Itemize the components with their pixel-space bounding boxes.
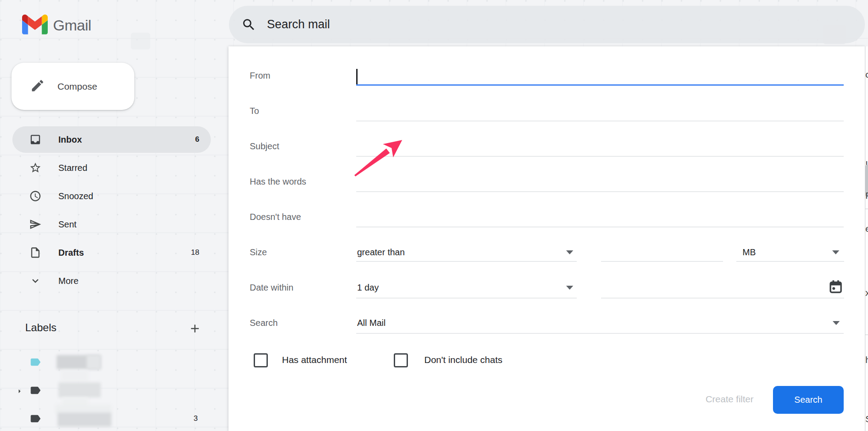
sidebar-item-snoozed[interactable]: Snoozed [12,183,211,209]
size-operator-value: greater than [357,247,405,257]
subject-input[interactable] [356,136,844,156]
edge-divider [865,208,868,209]
size-field-label: Size [250,247,267,257]
sidebar-item-label: More [58,276,79,286]
search-mail-input[interactable]: Search mail [229,6,865,43]
search-scope-field-label: Search [250,318,278,328]
chevron-down-icon [29,275,42,287]
sidebar-item-label: Snoozed [58,191,93,201]
edge-text-fragment: x [865,287,868,298]
redacted-label-text [57,412,111,427]
edge-text-fragment: h [865,355,868,365]
search-button[interactable]: Search [773,386,844,414]
sidebar-item-inbox[interactable]: Inbox 6 [12,126,211,153]
date-range-dropdown[interactable]: 1 day [356,277,577,297]
underline [356,298,577,299]
create-filter-button[interactable]: Create filter [674,394,754,405]
from-focus-underline [356,84,844,86]
sidebar-item-sent[interactable]: Sent [12,211,211,238]
search-placeholder: Search mail [267,18,330,31]
date-range-value: 1 day [357,283,379,293]
compose-label: Compose [57,81,97,92]
gmail-logo[interactable]: Gmail [22,15,91,36]
clipped-right-edge-content: c I F e x h S [865,46,868,431]
search-scope-dropdown[interactable]: All Mail [356,312,844,333]
edge-text-fragment: F [865,190,868,201]
doesnt-have-field-label: Doesn't have [250,212,301,222]
gmail-wordmark: Gmail [53,17,91,34]
clock-icon [29,190,42,202]
redacted-label-text [55,405,111,413]
to-input[interactable] [356,100,844,121]
underline [356,333,844,334]
pencil-icon [30,78,45,95]
background-pattern-square [131,33,150,49]
date-input[interactable] [601,277,844,297]
add-label-button[interactable] [188,322,202,335]
edge-text-fragment: e [865,223,868,234]
underline [356,121,844,121]
size-unit-dropdown[interactable]: MB [736,242,844,262]
label-tag-icon [29,384,42,397]
labels-section-title: Labels [25,321,57,334]
send-icon [29,218,42,231]
inbox-icon [29,133,42,146]
dropdown-arrow-icon [566,286,573,290]
size-operator-dropdown[interactable]: greater than [356,242,577,262]
from-field-label: From [250,71,270,81]
label-tag-icon [29,412,42,425]
has-attachment-checkbox[interactable] [254,353,268,367]
advanced-search-panel: From To Subject Has the words Doesn't ha… [228,46,865,431]
drafts-count-badge: 18 [191,248,199,257]
calendar-icon[interactable] [829,279,843,297]
inbox-count-badge: 6 [195,135,199,144]
has-words-field-label: Has the words [250,177,306,187]
size-amount-input[interactable] [601,242,723,262]
has-attachment-label: Has attachment [282,355,347,365]
date-within-field-label: Date within [250,283,293,293]
redacted-label-text [87,355,101,369]
gmail-logo-icon [22,15,48,36]
underline [601,261,723,262]
redacted-label-text [61,370,88,382]
to-field-label: To [250,106,259,116]
compose-button[interactable]: Compose [11,63,134,110]
redacted-label-text [58,382,101,397]
sidebar-item-starred[interactable]: Starred [12,155,211,181]
sidebar-item-label: Inbox [58,135,82,145]
edge-text-fragment: S [865,414,868,424]
size-unit-value: MB [742,247,756,257]
underline [356,156,844,157]
edge-divider [865,334,868,335]
has-words-input[interactable] [356,171,844,191]
doesnt-have-input[interactable] [356,206,844,227]
underline [356,261,577,262]
label-tag-icon-teal [29,356,42,368]
underline [356,191,844,192]
dont-include-chats-checkbox[interactable] [394,353,408,367]
star-icon [29,162,42,174]
dropdown-arrow-icon [566,250,573,254]
draft-icon [29,246,42,259]
label-count-badge: 3 [194,414,198,423]
search-icon[interactable] [241,17,256,32]
underline [601,298,844,299]
underline [736,261,844,262]
sidebar-item-label: Sent [58,219,76,230]
subject-field-label: Subject [250,141,279,151]
from-input[interactable] [356,64,844,84]
edge-text-fragment: c [865,69,868,80]
sidebar-item-more[interactable]: More [12,268,211,294]
dont-include-chats-label: Don't include chats [424,355,503,365]
dropdown-arrow-icon [832,250,839,254]
dropdown-arrow-icon [833,321,840,325]
underline [356,227,844,227]
search-scope-value: All Mail [357,318,385,328]
sidebar-item-label: Drafts [58,248,84,258]
sidebar-item-drafts[interactable]: Drafts 18 [12,239,211,266]
sidebar-item-label: Starred [58,163,88,173]
expand-label-icon[interactable] [15,387,24,396]
